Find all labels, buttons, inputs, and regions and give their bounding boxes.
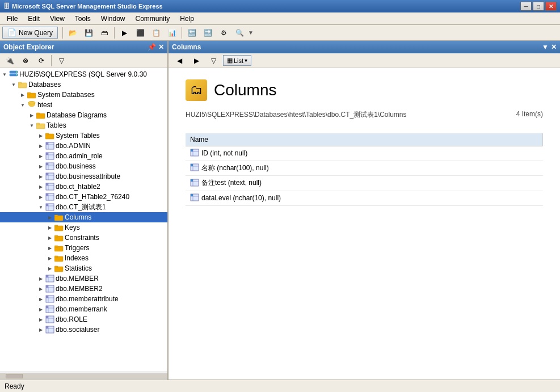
tree-item-systables[interactable]: System Tables xyxy=(0,130,167,141)
minimize-button[interactable]: ─ xyxy=(520,2,532,11)
tree-item-tables[interactable]: Tables xyxy=(0,120,167,130)
svg-rect-2 xyxy=(16,71,17,73)
summary-pin-icon[interactable]: ▼ xyxy=(542,43,549,51)
menu-tools[interactable]: Tools xyxy=(70,14,95,24)
table-row[interactable]: dataLevel (nchar(10), null) xyxy=(186,191,543,205)
expander-tables[interactable] xyxy=(27,120,36,130)
tree-item-admin[interactable]: dbo.ADMIN xyxy=(0,141,167,151)
expander-socialuser[interactable] xyxy=(36,324,45,335)
tree-item-role[interactable]: dbo.ROLE xyxy=(0,314,167,324)
close-button[interactable]: ✕ xyxy=(545,2,557,11)
expander-systemdb[interactable] xyxy=(18,90,27,100)
oe-disconnect-btn[interactable]: ⊗ xyxy=(18,54,33,67)
oe-close-icon[interactable]: ✕ xyxy=(158,43,164,51)
tree-item-indexes[interactable]: Indexes xyxy=(0,253,167,263)
oe-refresh-btn[interactable]: ⟳ xyxy=(34,54,49,67)
table-row[interactable]: ID (int, not null) xyxy=(186,146,543,161)
tree-item-databases[interactable]: Databases xyxy=(0,79,167,90)
tree-item-columns[interactable]: Columns xyxy=(0,212,167,222)
expander-server[interactable] xyxy=(0,69,9,79)
tree-label-cthtable2: dbo.CT_HTable2_76240 xyxy=(56,193,129,201)
expander-role[interactable] xyxy=(36,314,45,324)
tree-item-admin_role[interactable]: dbo.admin_role xyxy=(0,151,167,161)
toolbar-btn-8[interactable]: 🔙 xyxy=(184,27,199,39)
expander-business[interactable] xyxy=(36,161,45,171)
toolbar-btn-6[interactable]: 📋 xyxy=(149,27,163,39)
expander-htest[interactable] xyxy=(18,100,27,110)
table-row[interactable]: 备注test (ntext, null) xyxy=(186,176,543,191)
tree-item-chtable2[interactable]: dbo.ct_htable2 xyxy=(0,182,167,192)
oe-horizontal-scrollbar[interactable] xyxy=(0,372,167,380)
toolbar-open-btn[interactable]: 📂 xyxy=(65,27,80,39)
summary-filter-btn[interactable]: ▽ xyxy=(206,54,221,67)
tree-item-business[interactable]: dbo.business xyxy=(0,161,167,171)
expander-indexes[interactable] xyxy=(45,253,54,263)
expander-memberattr[interactable] xyxy=(36,294,45,304)
expander-databases[interactable] xyxy=(9,79,18,90)
tree-item-constraints[interactable]: Constraints xyxy=(0,233,167,243)
expander-cthtable2[interactable] xyxy=(36,192,45,202)
oe-pin-icon[interactable]: 📌 xyxy=(148,43,156,51)
tree-icon-admin xyxy=(45,141,54,150)
object-explorer-header: Object Explorer 📌 ✕ xyxy=(0,41,167,53)
menu-file[interactable]: File xyxy=(2,14,22,24)
tree-item-cthtable2[interactable]: dbo.CT_HTable2_76240 xyxy=(0,192,167,202)
table-row[interactable]: 名称 (nchar(100), null) xyxy=(186,161,543,176)
expander-member[interactable] xyxy=(36,273,45,284)
expander-dbdiagrams[interactable] xyxy=(27,110,36,120)
expander-admin_role[interactable] xyxy=(36,151,45,161)
expander-admin[interactable] xyxy=(36,141,45,151)
tree-item-htest[interactable]: htest xyxy=(0,100,167,110)
oe-connect-btn[interactable]: 🔌 xyxy=(2,54,17,67)
chevron-down-icon xyxy=(39,204,43,210)
toolbar-btn-10[interactable]: ⚙ xyxy=(216,27,231,39)
summary-forward-icon: ▶ xyxy=(192,56,201,65)
expander-cttest[interactable] xyxy=(36,202,45,212)
toolbar-btn-7[interactable]: 📊 xyxy=(165,27,179,39)
summary-back-btn[interactable]: ◀ xyxy=(172,54,187,67)
menu-edit[interactable]: Edit xyxy=(23,14,44,24)
maximize-button[interactable]: □ xyxy=(533,2,544,11)
tree-item-server[interactable]: HUZI5\SQLEXPRESS (SQL Server 9.0.30 xyxy=(0,69,167,79)
expander-chtable2[interactable] xyxy=(36,182,45,192)
expander-statistics[interactable] xyxy=(45,263,54,273)
tree-item-cttest[interactable]: dbo.CT_测试表1 xyxy=(0,202,167,212)
toolbar-overflow[interactable]: ▼ xyxy=(248,29,254,36)
tree-item-memberrank[interactable]: dbo.memberrank xyxy=(0,304,167,314)
tree-item-memberattr[interactable]: dbo.memberattribute xyxy=(0,294,167,304)
tree-item-triggers[interactable]: Triggers xyxy=(0,243,167,253)
menu-view[interactable]: View xyxy=(45,14,69,24)
expander-memberrank[interactable] xyxy=(36,304,45,314)
oe-tree[interactable]: HUZI5\SQLEXPRESS (SQL Server 9.0.30 Data… xyxy=(0,68,167,372)
toolbar-btn-4[interactable]: ▶ xyxy=(117,27,132,39)
menu-help[interactable]: Help xyxy=(175,14,199,24)
expander-columns[interactable] xyxy=(45,212,54,222)
menu-community[interactable]: Community xyxy=(131,14,175,24)
expander-systables[interactable] xyxy=(36,130,45,141)
expander-member2[interactable] xyxy=(36,284,45,294)
tree-item-keys[interactable]: Keys xyxy=(0,222,167,233)
summary-list-button[interactable]: ▦ List ▾ xyxy=(223,55,251,66)
expander-businessattr[interactable] xyxy=(36,171,45,182)
tree-item-member2[interactable]: dbo.MEMBER2 xyxy=(0,284,167,294)
new-query-button[interactable]: 📄 New Query xyxy=(2,27,58,39)
expander-constraints[interactable] xyxy=(45,233,54,243)
tree-item-businessattr[interactable]: dbo.businessattribute xyxy=(0,171,167,182)
toolbar-save-btn[interactable]: 💾 xyxy=(81,27,96,39)
tree-item-dbdiagrams[interactable]: Database Diagrams xyxy=(0,110,167,120)
tree-item-member[interactable]: dbo.MEMBER xyxy=(0,273,167,284)
tree-item-socialuser[interactable]: dbo.socialuser xyxy=(0,324,167,335)
expander-triggers[interactable] xyxy=(45,243,54,253)
tree-item-statistics[interactable]: Statistics xyxy=(0,263,167,273)
toolbar-btn-5[interactable]: ⬛ xyxy=(133,27,148,39)
tree-item-systemdb[interactable]: System Databases xyxy=(0,90,167,100)
oe-filter-btn[interactable]: ▽ xyxy=(54,54,69,67)
toolbar-btn-11[interactable]: 🔍 xyxy=(232,27,247,39)
toolbar-btn-9[interactable]: 🔜 xyxy=(200,27,215,39)
summary-forward-btn[interactable]: ▶ xyxy=(189,54,204,67)
menu-window[interactable]: Window xyxy=(96,14,130,24)
expander-keys[interactable] xyxy=(45,222,54,233)
toolbar-icon-9: 🔜 xyxy=(203,28,212,37)
toolbar-saveall-btn[interactable]: 🗃 xyxy=(97,27,112,39)
summary-close-icon[interactable]: ✕ xyxy=(551,43,557,51)
